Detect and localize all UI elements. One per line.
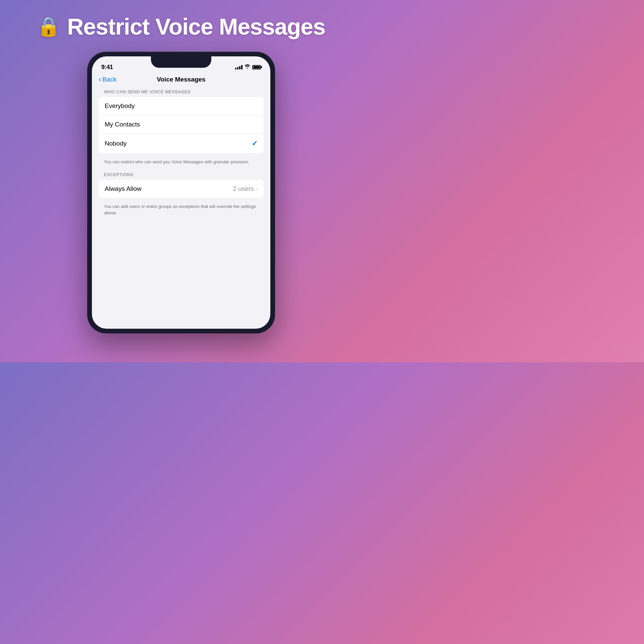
status-time: 9:41 — [101, 64, 113, 71]
who-section-label: WHO CAN SEND ME VOICE MESSAGES — [99, 89, 264, 94]
who-section-footer: You can restrict who can send you Voice … — [99, 156, 264, 172]
option-my-contacts[interactable]: My Contacts — [99, 115, 264, 134]
exceptions-list-group: Always Allow 2 users › — [99, 180, 264, 198]
nobody-label: Nobody — [105, 140, 127, 147]
phone-frame: 9:41 ‹ Bac — [87, 52, 275, 333]
page-title: Restrict Voice Messages — [67, 13, 325, 40]
who-list-group: Everybody My Contacts Nobody ✓ — [99, 97, 264, 153]
page-title-row: 🔒 Restrict Voice Messages — [37, 13, 325, 40]
back-label[interactable]: Back — [102, 76, 116, 83]
always-allow-secondary: 2 users › — [233, 185, 258, 193]
back-button[interactable]: ‹ Back — [99, 76, 117, 83]
notch — [151, 56, 211, 68]
always-allow-label: Always Allow — [105, 185, 142, 193]
always-allow-item[interactable]: Always Allow 2 users › — [99, 180, 264, 198]
chevron-right-icon: › — [256, 186, 258, 192]
option-nobody[interactable]: Nobody ✓ — [99, 134, 264, 153]
always-allow-count: 2 users — [233, 185, 254, 193]
selected-checkmark-icon: ✓ — [252, 139, 258, 148]
back-chevron-icon: ‹ — [99, 76, 101, 83]
content-area: WHO CAN SEND ME VOICE MESSAGES Everybody… — [92, 87, 270, 226]
signal-bars-icon — [235, 65, 243, 69]
nav-title: Voice Messages — [157, 76, 205, 83]
everybody-label: Everybody — [105, 102, 135, 110]
battery-icon — [252, 65, 261, 69]
lock-icon: 🔒 — [37, 15, 60, 38]
my-contacts-label: My Contacts — [105, 121, 140, 128]
exceptions-section-footer: You can add users or entire groups as ex… — [99, 201, 264, 223]
phone-screen: 9:41 ‹ Bac — [92, 56, 270, 329]
wifi-icon — [245, 64, 250, 70]
exceptions-section-label: EXCEPTIONS — [99, 172, 264, 177]
status-icons — [235, 64, 261, 70]
battery-fill — [253, 66, 260, 68]
option-everybody[interactable]: Everybody — [99, 97, 264, 115]
nav-bar: ‹ Back Voice Messages — [92, 73, 270, 87]
